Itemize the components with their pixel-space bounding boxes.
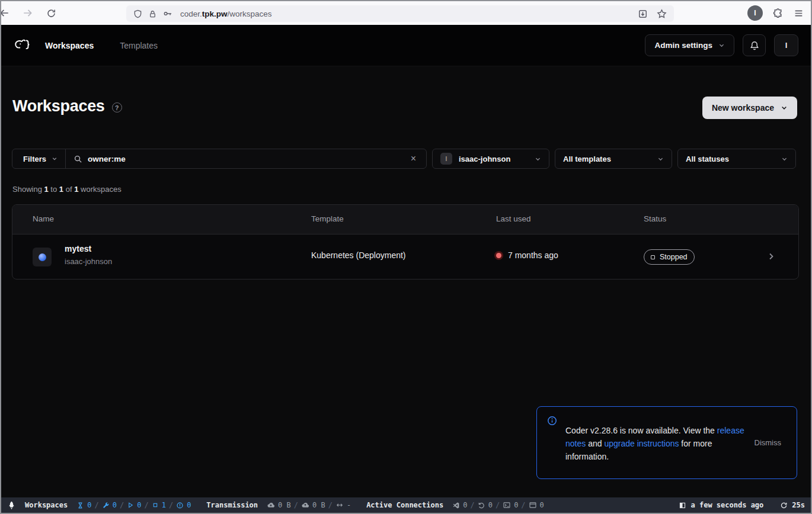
terminal-connections: 0 [503,501,518,509]
last-updated-text: a few seconds ago [690,501,763,509]
shield-icon[interactable] [133,9,142,18]
status-bar: Workspaces 0 / 0 / 0 / 1 / 0 Transmissio… [1,497,811,513]
clear-search-icon[interactable]: × [408,154,418,163]
column-header-status: Status [644,214,666,223]
stop-square-icon [651,255,655,259]
running-count: 0 [127,501,141,509]
app-header: Workspaces Templates Admin settings I [1,25,811,66]
workspace-template: Kubernetes (Deployment) [311,250,406,260]
browser-account-icon[interactable]: I [747,5,763,21]
coder-logo-icon[interactable] [14,37,31,53]
latency-value: - [335,501,351,509]
chevron-down-icon [657,156,664,162]
page-title: Workspaces [12,97,105,115]
upload-bytes: 0 B [301,501,325,509]
dismiss-button[interactable]: Dismiss [755,438,782,447]
bookmark-star-icon[interactable] [657,9,667,19]
help-icon[interactable]: ? [112,102,122,113]
results-summary: Showing 1 to 1 of 1 workspaces [12,185,122,194]
download-bytes: 0 B [267,501,291,509]
url-domain: tpk.pw [202,9,228,18]
filters-dropdown[interactable]: Filters [12,149,66,168]
building-count: 0 [102,501,117,509]
table-header: Name Template Last used Status [12,205,798,234]
user-filter-value: isaac-johnson [459,155,510,163]
workspace-last-used: 7 months ago [496,250,558,260]
stopped-count: 1 [152,501,166,509]
vscode-connections: 0 [452,501,467,509]
templates-filter-value: All templates [563,155,611,163]
user-filter-dropdown[interactable]: I isaac-johnson [432,149,549,169]
search-icon [73,155,82,163]
stopped-status-dot-icon [496,253,501,258]
browser-toolbar: coder.tpk.pw/workspaces I [1,1,811,25]
status-badge: Stopped [644,249,695,265]
browser-reload-icon[interactable] [46,8,56,18]
pending-count: 0 [76,501,91,509]
workspaces-table: Name Template Last used Status mytest is… [12,204,799,280]
rocket-icon [7,501,16,510]
statusbar-workspaces-label: Workspaces [25,501,68,509]
workspace-name[interactable]: mytest [65,244,91,253]
refresh-icon[interactable] [780,502,788,509]
table-row[interactable]: mytest isaac-johnson Kubernetes (Deploym… [12,234,798,280]
statusbar-transmission-label: Transmission [206,501,258,509]
url-bar[interactable]: coder.tpk.pw/workspaces [126,5,674,22]
lock-icon[interactable] [148,9,157,18]
key-icon[interactable] [163,9,172,18]
filter-bar: Filters × I isaac-johnson All templates … [12,149,797,169]
browser-back-icon[interactable] [0,8,9,18]
extensions-puzzle-icon[interactable] [773,8,784,18]
update-notification-toast: Coder v2.28.6 is now available. View the… [536,406,797,479]
templates-filter-dropdown[interactable]: All templates [555,149,672,169]
error-count: 0 [176,501,191,509]
app-connections: 0 [529,501,544,509]
kubernetes-icon [39,253,46,261]
filter-search-group: Filters × [12,149,427,169]
column-header-last-used: Last used [496,214,531,223]
bell-icon [749,40,760,51]
refresh-interval[interactable]: 25s [792,501,805,509]
admin-settings-button[interactable]: Admin settings [645,34,734,56]
workspace-owner: isaac-johnson [65,257,112,266]
browser-forward-icon[interactable] [23,8,33,18]
upgrade-instructions-link[interactable]: upgrade instructions [604,439,679,448]
ssh-connections: 0 [478,501,493,509]
new-workspace-label: New workspace [712,103,774,113]
admin-settings-label: Admin settings [654,41,712,50]
column-header-template: Template [311,214,344,223]
info-icon [547,416,557,426]
nav-workspaces[interactable]: Workspaces [45,41,94,50]
nav-templates[interactable]: Templates [120,41,158,50]
search-input[interactable] [88,155,403,163]
user-avatar-button[interactable]: I [774,34,798,56]
new-workspace-button[interactable]: New workspace [702,97,797,119]
hamburger-menu-icon[interactable] [794,8,804,18]
row-chevron-right-icon[interactable] [766,252,776,261]
save-to-device-icon[interactable] [638,9,648,19]
workspace-avatar [33,248,52,266]
last-updated-icon [679,502,686,509]
notifications-bell-button[interactable] [743,34,766,56]
chevron-down-icon [535,156,541,162]
chevron-down-icon [781,156,788,162]
url-text: coder.tpk.pw/workspaces [180,9,272,18]
statusbar-connections-label: Active Connections [366,501,443,509]
column-header-name: Name [33,214,54,223]
url-prefix: coder. [180,9,202,18]
url-path: /workspaces [228,9,272,18]
statuses-filter-value: All statuses [686,155,729,163]
user-filter-avatar: I [440,153,452,165]
toast-message: Coder v2.28.6 is now available. View the… [565,424,746,463]
filters-label: Filters [23,155,46,163]
statuses-filter-dropdown[interactable]: All statuses [677,149,796,169]
